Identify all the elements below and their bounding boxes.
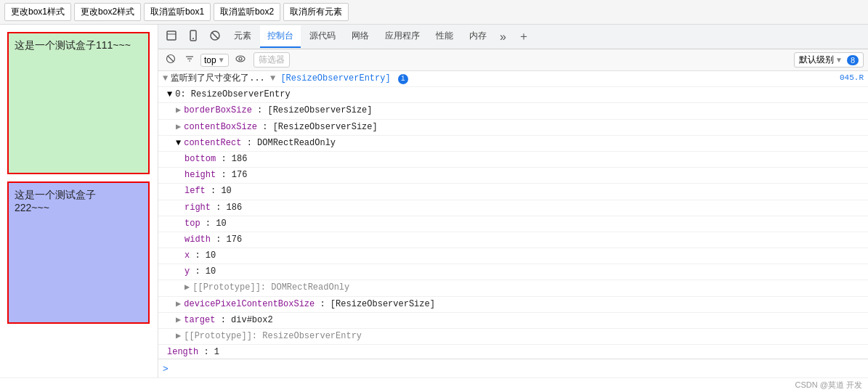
log-count-badge: 8 (847, 55, 859, 65)
entry-y-row: y : 10 (158, 264, 868, 280)
devtools-subtoolbar: top ▼ 筛选器 默认级别 ▼ 8 (158, 49, 868, 71)
top-toolbar: 更改box1样式 更改box2样式 取消监听box1 取消监听box2 取消所有… (0, 0, 868, 25)
box2-line2: 222~~~ (15, 202, 49, 213)
entry-width-label: width : 176 (184, 233, 864, 247)
entry-proto-domrect-row: ▶ [[Prototype]]: DOMRectReadOnly (158, 280, 868, 296)
console-intro-row: ▼ 监听到了尺寸变化了... ▼ [ResizeObserverEntry] i… (158, 71, 868, 87)
entry-borderboxsize-arrow[interactable]: ▶ (176, 104, 181, 118)
eye-icon[interactable] (232, 52, 249, 68)
intro-arrow[interactable]: ▼ (163, 72, 168, 86)
entry-bottom-row: bottom : 186 (158, 152, 868, 168)
entry-width-row: width : 176 (158, 232, 868, 248)
cancel-observe-all-button[interactable]: 取消所有元素 (283, 3, 349, 21)
proto-observer-arrow[interactable]: ▶ (176, 330, 181, 343)
tab-console[interactable]: 控制台 (260, 25, 301, 48)
entry-right-row: right : 186 (158, 200, 868, 216)
proto-domrect-label: [[Prototype]]: DOMRectReadOnly (192, 281, 864, 295)
entry-y-label: y : 10 (184, 265, 864, 279)
entry-height-row: height : 176 (158, 168, 868, 184)
more-tabs-icon[interactable]: » (495, 28, 511, 46)
footer: CSDN @莫道 开发 (0, 377, 868, 392)
tab-performance[interactable]: 性能 (429, 25, 461, 48)
log-level-select[interactable]: 默认级别 ▼ 8 (794, 52, 864, 68)
top-context-chevron: ▼ (218, 56, 225, 64)
entry-devicepixel-row: ▶ devicePixelContentBoxSize : [ResizeObs… (158, 297, 868, 313)
devtools-panel: 元素 控制台 源代码 网络 应用程序 性能 内存 » ＋ (158, 25, 868, 377)
entry-x-row: x : 10 (158, 248, 868, 264)
entry-x-label: x : 10 (184, 249, 864, 263)
entry-borderboxsize-label: borderBoxSize : [ResizeObserverSize] (184, 104, 864, 118)
main-area: 这是一个测试盒子111~~~ 这是一个测试盒子 222~~~ (0, 25, 868, 377)
proto-domrect-arrow[interactable]: ▶ (184, 281, 190, 295)
intro-text: 监听到了尺寸变化了... ▼ [ResizeObserverEntry] i (171, 72, 840, 86)
device-icon[interactable] (183, 25, 203, 48)
tab-memory[interactable]: 内存 (462, 25, 494, 48)
tab-network[interactable]: 网络 (344, 25, 376, 48)
entry-target-arrow[interactable]: ▶ (176, 314, 181, 327)
entry-contentboxsize-arrow[interactable]: ▶ (176, 121, 181, 134)
devtools-input-row: > (158, 359, 868, 377)
info-icon: i (398, 74, 408, 84)
box2: 这是一个测试盒子 222~~~ (7, 181, 150, 324)
tab-elements[interactable]: 元素 (227, 25, 259, 48)
svg-point-11 (236, 56, 245, 62)
add-tab-icon[interactable]: ＋ (514, 26, 534, 47)
log-level-label: 默认级别 (799, 54, 834, 66)
box1-text: 这是一个测试盒子111~~~ (15, 39, 131, 51)
ban-icon[interactable] (205, 25, 225, 48)
console-source-link[interactable]: 045.R (840, 72, 864, 85)
filter-icon[interactable] (182, 52, 198, 68)
devtools-tabs: 元素 控制台 源代码 网络 应用程序 性能 内存 » ＋ (158, 25, 868, 49)
box2-line1: 这是一个测试盒子 (15, 189, 96, 200)
box1: 这是一个测试盒子111~~~ (7, 32, 150, 174)
entry-0-label: 0: ResizeObserverEntry (175, 88, 864, 102)
inspect-icon[interactable] (161, 25, 182, 48)
filter-placeholder: 筛选器 (259, 54, 285, 66)
entry-left-row: left : 10 (158, 184, 868, 200)
entry-top-row: top : 10 (158, 216, 868, 232)
top-context-label: top (204, 55, 216, 65)
cancel-observe-box2-button[interactable]: 取消监听box2 (214, 3, 280, 21)
tab-sources[interactable]: 源代码 (302, 25, 343, 48)
entry-proto-observer-row: ▶ [[Prototype]]: ResizeObserverEntry (158, 329, 868, 345)
entry-contentboxsize-label: contentBoxSize : [ResizeObserverSize] (184, 121, 864, 134)
entry-target-row: ▶ target : div#box2 (158, 313, 868, 329)
entry-0-row: ▼ 0: ResizeObserverEntry (158, 87, 868, 103)
tab-application[interactable]: 应用程序 (378, 25, 427, 48)
entry-length-row: length : 1 (158, 345, 868, 359)
entry-contentrect-row: ▼ contentRect : DOMRectReadOnly (158, 136, 868, 152)
svg-line-7 (168, 56, 174, 62)
change-box1-style-button[interactable]: 更改box1样式 (4, 3, 71, 21)
entry-0-arrow[interactable]: ▼ (167, 88, 172, 102)
log-level-chevron: ▼ (835, 56, 843, 64)
change-box2-style-button[interactable]: 更改box2样式 (74, 3, 141, 21)
entry-devicepixel-label: devicePixelContentBoxSize : [ResizeObser… (184, 298, 864, 311)
entry-devicepixel-arrow[interactable]: ▶ (176, 298, 181, 311)
svg-line-5 (212, 33, 219, 39)
filter-input[interactable]: 筛选器 (253, 52, 290, 68)
entry-bottom-label: bottom : 186 (184, 152, 864, 166)
entry-contentboxsize-row: ▶ contentBoxSize : [ResizeObserverSize] (158, 120, 868, 136)
entry-contentrect-label: contentRect : DOMRectReadOnly (184, 136, 864, 150)
console-prompt: > (163, 363, 169, 374)
entry-target-label: target : div#box2 (184, 314, 864, 327)
footer-text: CSDN @莫道 开发 (795, 380, 862, 389)
top-context-select[interactable]: top ▼ (200, 54, 229, 67)
entry-height-label: height : 176 (184, 168, 864, 182)
clear-console-icon[interactable] (163, 52, 179, 68)
entry-contentrect-arrow[interactable]: ▼ (176, 136, 181, 150)
entry-right-label: right : 186 (184, 201, 864, 215)
svg-rect-2 (190, 30, 196, 41)
entry-left-label: left : 10 (184, 184, 864, 198)
left-panel: 这是一个测试盒子111~~~ 这是一个测试盒子 222~~~ (0, 25, 158, 377)
svg-point-12 (239, 57, 242, 60)
entry-borderboxsize-row: ▶ borderBoxSize : [ResizeObserverSize] (158, 103, 868, 119)
entry-length-label: length : 1 (167, 346, 864, 359)
devtools-console: ▼ 监听到了尺寸变化了... ▼ [ResizeObserverEntry] i… (158, 71, 868, 359)
svg-rect-0 (167, 31, 176, 40)
proto-observer-label: [[Prototype]]: ResizeObserverEntry (184, 330, 864, 343)
cancel-observe-box1-button[interactable]: 取消监听box1 (144, 3, 211, 21)
entry-top-label: top : 10 (184, 217, 864, 231)
